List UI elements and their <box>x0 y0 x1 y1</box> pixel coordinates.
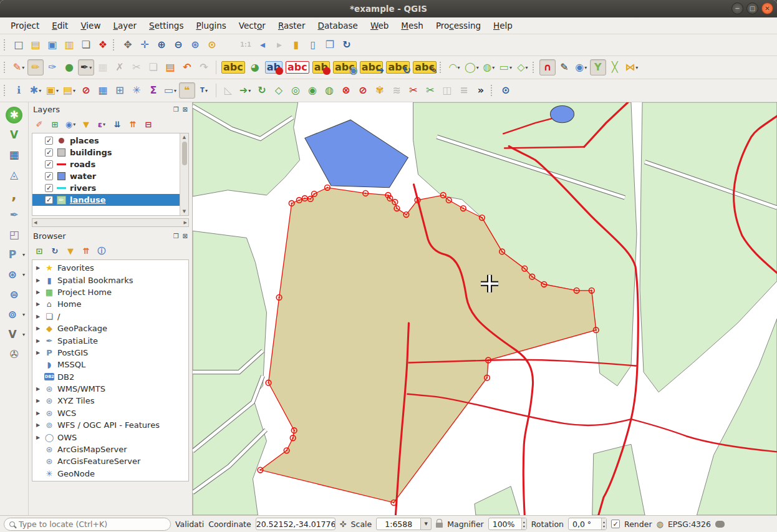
add-vector-layer-button[interactable]: V <box>5 126 24 144</box>
statistics-button[interactable]: Σ <box>145 82 162 99</box>
scroll-thumb[interactable] <box>182 142 187 165</box>
expander-icon[interactable]: ▶ <box>35 350 41 355</box>
add-selected-layers-button[interactable]: ⊡ <box>32 244 46 258</box>
zoom-next-button[interactable]: ▸ <box>271 37 287 53</box>
layer-checkbox[interactable]: ✓ <box>45 137 53 145</box>
browser-filter-button[interactable]: ▼ <box>64 244 77 258</box>
magnifier-input[interactable] <box>489 520 521 529</box>
layer-checkbox[interactable]: ✓ <box>45 160 53 168</box>
layer-row-water[interactable]: ✓water <box>32 170 180 182</box>
open-project-button[interactable]: ▤ <box>27 37 44 53</box>
move-label-button[interactable]: abc➜ <box>359 59 385 75</box>
add-wms-layer-button[interactable]: ⊛ <box>3 266 22 284</box>
select-features-button[interactable]: ▣▾ <box>44 82 60 99</box>
layer-checkbox[interactable]: ✓ <box>45 196 53 204</box>
browser-item-arcgis-map-server[interactable]: ⊛ArcGisMapServer <box>32 443 188 455</box>
modify-attributes-button[interactable]: ▦ <box>95 59 111 75</box>
open-layer-styling-button[interactable]: ✐ <box>32 117 46 131</box>
copy-features-button[interactable]: ❏ <box>145 59 162 75</box>
coordinate-input[interactable] <box>256 518 335 530</box>
browser-panel-float-icon[interactable]: ❐ <box>173 233 179 239</box>
add-wcs-layer-button[interactable]: ⊜ <box>5 286 24 304</box>
add-spatialite-layer-button[interactable]: ✒ <box>5 206 24 224</box>
deselect-features-button[interactable]: ⊘ <box>78 82 94 99</box>
split-features-button[interactable]: ✂ <box>405 82 422 99</box>
processing-toolbox-button[interactable]: ✳ <box>128 82 145 99</box>
toggle-editing-button[interactable]: ✏ <box>27 59 44 75</box>
titlebar[interactable]: *example - QGIS − □ ✕ <box>0 0 777 17</box>
current-edits-button[interactable]: ✎▾ <box>11 59 27 75</box>
layers-panel-close-icon[interactable]: ⊠ <box>183 106 188 113</box>
zoom-full-button[interactable]: ⊛ <box>187 37 203 53</box>
rotation-spin-buttons[interactable]: ▴▾ <box>601 518 606 530</box>
filter-legend-button[interactable]: ▼ <box>79 117 93 131</box>
add-mesh-layer-button[interactable]: ◬ <box>5 166 24 184</box>
crs-label[interactable]: EPSG:4326 <box>668 520 711 529</box>
expander-icon[interactable]: ▶ <box>35 278 41 283</box>
offset-curve-button[interactable]: ≋ <box>388 82 405 99</box>
vertex-editor-button[interactable]: ✎ <box>556 59 572 75</box>
expander-icon[interactable]: ▶ <box>35 410 41 416</box>
layer-labeling-button[interactable]: abc <box>220 59 246 75</box>
expander-icon[interactable]: ▶ <box>35 435 41 440</box>
add-ring-button[interactable]: ◎ <box>287 82 304 99</box>
add-part-button[interactable]: ◉ <box>304 82 321 99</box>
browser-item-ows[interactable]: ▶◯OWS <box>32 431 188 443</box>
menu-help[interactable]: Help <box>488 19 518 32</box>
zoom-in-button[interactable]: ⊕ <box>153 37 170 53</box>
browser-panel-close-icon[interactable]: ⊠ <box>183 233 188 239</box>
data-source-manager-button[interactable]: ✱ <box>4 106 24 124</box>
rotation-input[interactable] <box>569 520 601 529</box>
move-feature-button[interactable]: ➜▾ <box>237 82 253 99</box>
maximize-button[interactable]: □ <box>746 2 758 14</box>
show-spatial-bookmarks-button[interactable]: ▯ <box>305 37 321 53</box>
browser-item-xyz-tiles[interactable]: ▶⊛XYZ Tiles <box>32 395 188 407</box>
simplify-feature-button[interactable]: ◇ <box>271 82 287 99</box>
menu-mesh[interactable]: Mesh <box>395 19 429 32</box>
new-virtual-layer-button[interactable]: V <box>3 326 22 344</box>
rotate-label-button[interactable]: abc↻ <box>385 59 411 75</box>
menu-vector[interactable]: Vector <box>233 19 271 32</box>
expander-icon[interactable]: ▶ <box>35 386 41 392</box>
osm-place-search-button[interactable]: ⊙ <box>498 82 514 99</box>
map-tips-button[interactable]: ❝ <box>179 82 195 99</box>
expander-icon[interactable]: ▶ <box>35 289 41 295</box>
browser-item-wcs[interactable]: ▶⊛WCS <box>32 407 188 419</box>
add-group-button[interactable]: ⊞ <box>48 117 62 131</box>
locate-input[interactable] <box>19 520 165 529</box>
browser-properties-button[interactable]: ⓘ <box>95 244 109 258</box>
layer-checkbox[interactable]: ✓ <box>45 148 53 157</box>
snap-on-intersections-button[interactable]: ╳ <box>607 59 623 75</box>
label-visibility-button[interactable]: abc◉ <box>332 59 358 75</box>
pan-to-selection-button[interactable]: ✛ <box>137 37 153 53</box>
advanced-digitizing-button[interactable]: ◺ <box>220 82 236 99</box>
expander-icon[interactable]: ▶ <box>35 314 41 319</box>
expander-icon[interactable]: ▶ <box>35 326 41 331</box>
add-wfs-layer-button[interactable]: ⊚ <box>3 306 22 324</box>
delete-ring-button[interactable]: ⊗ <box>338 82 354 99</box>
merge-attributes-button[interactable]: ≡ <box>456 82 472 99</box>
pan-map-button[interactable]: ✥ <box>120 37 136 53</box>
enable-snapping-button[interactable]: ∩ <box>539 59 556 75</box>
zoom-to-layer-button[interactable] <box>221 37 237 53</box>
show-hide-labels-button[interactable]: ab● <box>311 59 331 75</box>
browser-item-mssql[interactable]: ◗MSSQL <box>32 359 188 370</box>
circular-string-button[interactable]: ◠▾ <box>446 59 463 75</box>
delete-selected-button[interactable]: ✗ <box>112 59 128 75</box>
extent-toggle-icon[interactable]: ✜ <box>340 520 347 529</box>
expander-icon[interactable]: ▶ <box>35 301 41 307</box>
menu-processing[interactable]: Processing <box>430 19 486 32</box>
menu-layer[interactable]: Layer <box>107 19 142 32</box>
add-postgis-layer-button[interactable]: P <box>3 246 22 264</box>
browser-item-spatialite[interactable]: ▶✒SpatiaLite <box>32 334 188 346</box>
layer-row-places[interactable]: ✓places <box>32 135 180 147</box>
expander-icon[interactable]: ▶ <box>35 338 41 344</box>
new-print-layout-button[interactable]: ▥ <box>61 37 77 53</box>
browser-item-root[interactable]: ▶❏/ <box>32 311 188 322</box>
highlight-pinned-labels-button[interactable]: abc <box>284 59 311 75</box>
scroll-left-icon[interactable]: ◀ <box>32 219 38 226</box>
add-ellipse-button[interactable]: ◍▾ <box>481 59 497 75</box>
new-spatial-bookmark-button[interactable]: ▮ <box>288 37 304 53</box>
tracing-button[interactable]: ◉▾ <box>573 59 589 75</box>
redo-button[interactable]: ↷ <box>196 59 212 75</box>
